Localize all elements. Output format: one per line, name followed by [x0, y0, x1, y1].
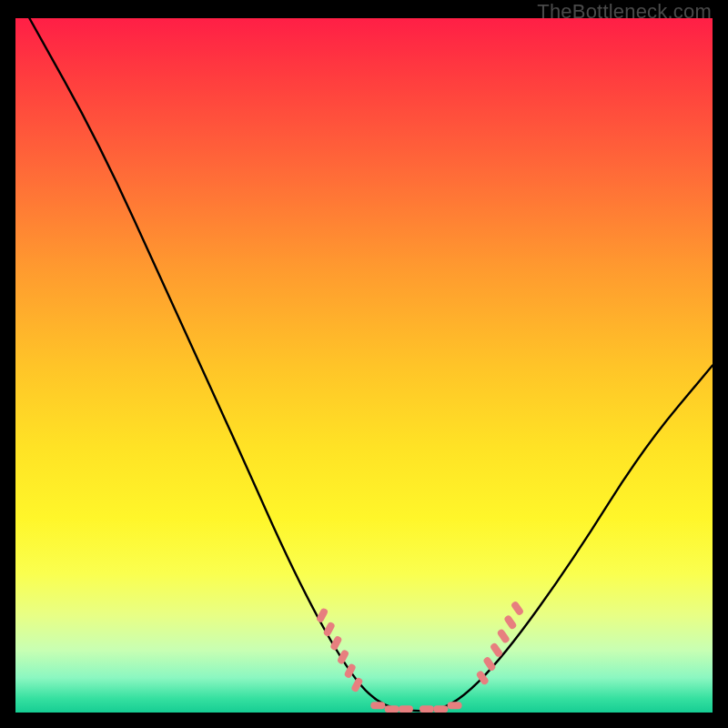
curve-line	[29, 18, 713, 711]
chart-svg	[15, 18, 713, 713]
marker-dot	[511, 601, 525, 617]
marker-dot	[370, 702, 385, 709]
marker-dot	[503, 614, 518, 631]
plot-area	[15, 18, 713, 713]
marker-dot	[399, 705, 413, 713]
marker-dot	[420, 705, 434, 713]
marker-dot	[448, 702, 462, 709]
chart-frame: TheBottleneck.com	[0, 0, 728, 728]
marker-dot	[385, 705, 399, 713]
curve-markers	[316, 601, 525, 713]
marker-dot	[496, 628, 511, 644]
marker-dot	[433, 705, 448, 713]
